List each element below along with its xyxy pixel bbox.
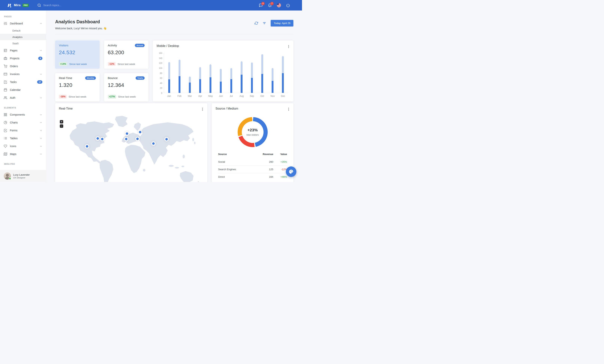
sidebar-item-auth[interactable]: Auth — [0, 94, 46, 102]
sidebar-item-calendar[interactable]: Calendar — [0, 86, 46, 94]
online-status-dot — [9, 177, 11, 180]
sidebar-item-pages[interactable]: Pages — [0, 47, 46, 54]
brand[interactable]: Mira PRO — [7, 3, 29, 8]
map-marker[interactable] — [86, 145, 88, 148]
map-zoom-out-button[interactable]: - — [60, 125, 63, 128]
sidebar-item-projects[interactable]: Projects8 — [0, 54, 46, 62]
y-axis-tick: 0 — [157, 92, 162, 94]
kebab-menu-icon[interactable] — [288, 44, 290, 49]
sidebar-item-maps[interactable]: Maps — [0, 150, 46, 158]
theme-settings-button[interactable] — [286, 166, 296, 177]
chevron-down-icon — [39, 113, 42, 116]
sidebar-user[interactable]: Lucy Lavender UX Designer — [0, 170, 46, 182]
map-zoom-in-button[interactable]: + — [60, 120, 63, 124]
bar-jun: Jun — [216, 53, 226, 93]
language-flag-button[interactable] — [277, 3, 281, 7]
bar-sep: Sep — [247, 53, 257, 93]
sidebar-section-label: PAGES — [0, 15, 46, 18]
page-title: Analytics Dashboard — [55, 19, 107, 25]
sidebar-item-saas[interactable]: SaaS — [0, 40, 46, 47]
sidebar-item-orders[interactable]: Orders — [0, 62, 46, 70]
sidebar-item-label: Calendar — [10, 88, 42, 91]
world-map[interactable]: + - — [59, 113, 203, 182]
period-chip: Yearly — [136, 76, 145, 80]
x-axis-label: Jan — [167, 95, 171, 97]
table-row: Search Engines125-12% — [218, 165, 287, 173]
sidebar-item-dashboard[interactable]: Dashboard — [0, 20, 46, 27]
sidebar-item-forms[interactable]: Forms — [0, 126, 46, 134]
sidebar-item-label: Tables — [10, 137, 39, 140]
bar-nov: Nov — [267, 53, 278, 93]
map-marker[interactable] — [165, 138, 168, 140]
cell-source: Search Engines — [218, 165, 252, 173]
list-icon — [4, 137, 7, 140]
map-icon — [4, 152, 7, 156]
x-axis-label: May — [208, 95, 213, 97]
map-marker[interactable] — [101, 138, 103, 140]
page-subtitle: Welcome back, Lucy! We've missed you. 👋 — [55, 27, 107, 30]
refresh-button[interactable] — [254, 21, 258, 25]
stat-value: 24.532 — [59, 50, 96, 56]
x-axis-label: Dec — [281, 95, 285, 97]
sidebar-item-components[interactable]: Components — [0, 111, 46, 119]
sidebar-item-label: Projects — [10, 57, 38, 60]
grid-icon — [4, 113, 7, 116]
stat-value: 12.364 — [108, 82, 145, 88]
notifications-button[interactable]: 7 — [268, 3, 272, 7]
cell-value: +46% — [274, 173, 287, 180]
sidebar-count-badge: 17 — [37, 80, 42, 84]
sidebar-item-tasks[interactable]: Tasks17 — [0, 78, 46, 86]
messages-button[interactable]: 3 — [259, 3, 263, 7]
y-axis-tick: 140 — [157, 57, 162, 60]
stat-note: Since last week — [69, 63, 87, 65]
sidebar-item-analytics[interactable]: Analytics — [0, 34, 46, 40]
check-square-icon — [4, 129, 7, 132]
map-marker[interactable] — [125, 138, 127, 140]
chevron-down-icon — [39, 129, 42, 132]
x-axis-label: Oct — [260, 95, 264, 97]
stat-card-bounce: BounceYearly12.364+27%Since last week — [104, 73, 149, 101]
date-button[interactable]: Today: April 29 — [271, 20, 293, 26]
search-input[interactable] — [43, 4, 86, 7]
sidebar-section-label: ELEMENTS — [0, 107, 46, 109]
source-table: Source Revenue Value Social260+35%Search… — [218, 151, 287, 180]
map-marker[interactable] — [126, 132, 128, 135]
cell-source: Direct — [218, 173, 252, 180]
bar-chart-plot: JanFebMarAprMayJunJulAugSepOctNovDec — [164, 53, 288, 93]
x-axis-label: Jul — [230, 95, 233, 97]
stat-title: Activity — [108, 44, 117, 47]
power-button[interactable] — [286, 3, 290, 7]
sidebar-item-charts[interactable]: Charts — [0, 119, 46, 126]
mira-logo-icon — [7, 3, 12, 8]
stat-note: Since last week — [118, 63, 135, 65]
sidebar-item-invoices[interactable]: Invoices — [0, 70, 46, 78]
y-axis-tick: 160 — [157, 52, 162, 54]
map-title: Real-Time — [59, 107, 73, 110]
sidebar-item-label: Maps — [10, 152, 39, 156]
stat-note: Since last week — [69, 95, 86, 98]
sidebar-item-default[interactable]: Default — [0, 27, 46, 34]
y-axis-tick: 60 — [157, 77, 162, 79]
realtime-map-card: Real-Time + - — [55, 103, 207, 182]
bar-oct: Oct — [257, 53, 267, 93]
donut-center-subtitle: new visitors — [246, 134, 259, 136]
sidebar-item-tables[interactable]: Tables — [0, 134, 46, 142]
source-medium-card: Source / Medium +23% new visitors Source… — [212, 103, 293, 182]
col-revenue: Revenue — [252, 151, 274, 158]
map-marker[interactable] — [139, 131, 141, 133]
chevron-down-icon — [39, 49, 42, 52]
stat-value: 63.200 — [108, 50, 145, 56]
map-marker[interactable] — [136, 138, 138, 140]
stat-cards: Visitors24.532+14%Since last weekActivit… — [55, 40, 148, 101]
sidebar-item-label: Charts — [10, 121, 39, 124]
avatar — [4, 172, 11, 180]
filter-button[interactable] — [263, 21, 266, 25]
user-name: Lucy Lavender — [13, 173, 30, 176]
kebab-menu-icon[interactable] — [288, 107, 290, 112]
map-marker[interactable] — [152, 142, 155, 145]
stat-card-activity: ActivityAnnual63.200-12%Since last week — [104, 40, 149, 69]
kebab-menu-icon[interactable] — [201, 107, 204, 112]
map-marker[interactable] — [96, 137, 99, 140]
sidebar-item-icons[interactable]: Icons — [0, 142, 46, 150]
col-source: Source — [218, 151, 252, 158]
